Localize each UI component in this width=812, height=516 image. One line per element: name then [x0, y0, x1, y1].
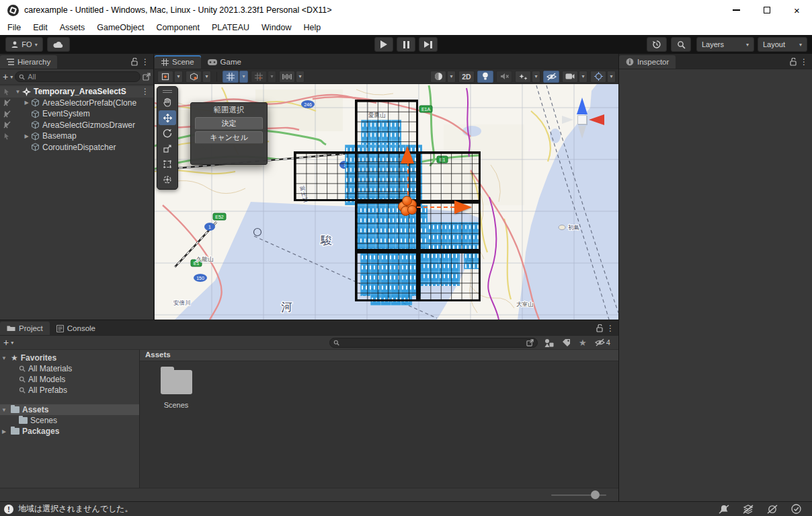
menu-component[interactable]: Component: [150, 20, 206, 35]
menu-file[interactable]: File: [1, 20, 27, 35]
hierarchy-search-input[interactable]: All: [15, 71, 140, 82]
unlock-icon[interactable]: [131, 58, 138, 66]
effects-dropdown[interactable]: ▾: [532, 71, 540, 83]
tree-all-prefabs[interactable]: All Prefabs: [0, 385, 139, 396]
expand-arrow-icon[interactable]: ▶: [22, 100, 31, 106]
tree-favorites[interactable]: ▼ ★ Favorites: [0, 353, 139, 363]
hierarchy-item[interactable]: ▶ Basemap: [0, 131, 153, 142]
2d-toggle-button[interactable]: 2D: [458, 71, 475, 83]
tab-project[interactable]: Project: [0, 322, 50, 335]
confirm-button[interactable]: 決定: [195, 117, 263, 130]
step-button[interactable]: [419, 37, 438, 52]
menu-plateau[interactable]: PLATEAU: [206, 20, 255, 35]
open-new-window-icon[interactable]: [143, 73, 151, 81]
effects-toggle-button[interactable]: [515, 71, 531, 83]
tool-handle-position-button[interactable]: [157, 71, 173, 83]
favorites-star-icon[interactable]: ★: [579, 338, 587, 348]
snap-increment-button[interactable]: [279, 71, 295, 83]
tree-packages[interactable]: ▶ Packages: [0, 426, 139, 437]
scale-tool[interactable]: [159, 141, 176, 156]
search-by-label-icon[interactable]: [562, 338, 571, 347]
play-button[interactable]: [374, 37, 393, 52]
collab-disabled-icon[interactable]: [767, 505, 778, 514]
picking-toggle-icon[interactable]: [3, 88, 11, 96]
audio-toggle-button[interactable]: [496, 71, 512, 83]
account-button[interactable]: FO ▾: [5, 37, 43, 52]
tab-inspector[interactable]: Inspector: [619, 55, 676, 69]
menu-help[interactable]: Help: [298, 20, 327, 35]
rotate-tool[interactable]: [159, 126, 176, 141]
cancel-button[interactable]: キャンセル: [195, 131, 263, 144]
kebab-menu-icon[interactable]: ⋮: [800, 57, 808, 67]
gizmo-center-handle[interactable]: [397, 196, 419, 219]
asset-scenes-folder[interactable]: Scenes: [156, 370, 196, 409]
search-button[interactable]: [671, 37, 691, 52]
lighting-toggle-button[interactable]: [477, 71, 493, 83]
undo-history-button[interactable]: [647, 37, 667, 52]
tab-scene[interactable]: Scene: [155, 55, 201, 69]
expand-arrow-icon[interactable]: ▼: [13, 89, 22, 95]
open-new-window-icon[interactable]: [526, 339, 534, 346]
expand-arrow-icon[interactable]: ▼: [0, 355, 8, 361]
snap-increment-dropdown[interactable]: ▾: [296, 71, 304, 83]
pause-button[interactable]: [397, 37, 415, 52]
add-gameobject-button[interactable]: +: [3, 73, 8, 80]
progress-check-icon[interactable]: [791, 504, 801, 514]
cloud-button[interactable]: [47, 37, 70, 52]
tree-scenes[interactable]: Scenes: [0, 415, 139, 426]
camera-settings-button[interactable]: [562, 71, 578, 83]
tree-assets[interactable]: ▼ Assets: [0, 404, 139, 415]
layers-dropdown[interactable]: Layers▾: [696, 37, 754, 52]
unlock-icon[interactable]: [596, 324, 604, 332]
view-hand-tool[interactable]: [159, 95, 176, 110]
menu-edit[interactable]: Edit: [27, 20, 54, 35]
scene-viewport[interactable]: E1A E1 E52 E1 246 1 150 1 駿 河 伊 愛鷹山 初島 大…: [155, 84, 618, 320]
tool-handle-position-dropdown[interactable]: ▾: [174, 71, 183, 83]
layout-dropdown[interactable]: Layout▾: [758, 37, 807, 52]
status-info-icon[interactable]: !: [4, 505, 13, 514]
caret-down-icon[interactable]: ▾: [11, 340, 13, 346]
shading-mode-button[interactable]: [430, 71, 446, 83]
tab-console[interactable]: Console: [50, 322, 102, 335]
picking-toggle-icon[interactable]: [3, 133, 11, 140]
add-asset-button[interactable]: +: [3, 337, 9, 348]
project-search-input[interactable]: [329, 338, 538, 348]
zoom-slider-knob[interactable]: [591, 490, 600, 499]
tree-all-models[interactable]: All Models: [0, 374, 139, 385]
move-tool[interactable]: [159, 110, 176, 125]
camera-settings-dropdown[interactable]: ▾: [579, 71, 587, 83]
expand-arrow-icon[interactable]: ▼: [0, 407, 8, 413]
gizmo-arrow-up[interactable]: [401, 146, 414, 163]
expand-arrow-icon[interactable]: ▶: [22, 133, 31, 139]
close-button[interactable]: ×: [782, 0, 812, 20]
expand-arrow-icon[interactable]: ▶: [0, 429, 8, 435]
transform-tool[interactable]: [159, 172, 176, 187]
picking-disabled-icon[interactable]: [3, 121, 11, 128]
grid-visibility-dropdown[interactable]: ▾: [239, 71, 248, 83]
unlock-icon[interactable]: [790, 58, 797, 66]
hierarchy-item[interactable]: ▶ AreaSelectorPrefab(Clone: [0, 98, 153, 109]
snap-toggle-button[interactable]: [251, 71, 267, 83]
tab-game[interactable]: Game: [201, 55, 248, 69]
overlay-drag-handle[interactable]: [159, 88, 176, 94]
minimize-button[interactable]: [721, 0, 752, 20]
scene-options-icon[interactable]: ⋮: [141, 87, 153, 96]
shading-mode-dropdown[interactable]: ▾: [447, 71, 456, 83]
menu-window[interactable]: Window: [255, 20, 297, 35]
search-by-type-icon[interactable]: [544, 338, 554, 347]
tool-handle-rotation-dropdown[interactable]: ▾: [202, 71, 211, 83]
notifications-muted-icon[interactable]: [719, 505, 729, 514]
hierarchy-item[interactable]: AreaSelectGizmosDrawer: [0, 120, 153, 131]
picking-disabled-icon[interactable]: [3, 99, 11, 106]
scene-visibility-button[interactable]: [543, 71, 559, 83]
caret-down-icon[interactable]: ▾: [10, 74, 13, 80]
snap-toggle-dropdown[interactable]: ▾: [268, 71, 276, 83]
kebab-menu-icon[interactable]: ⋮: [141, 57, 149, 67]
tool-handle-rotation-button[interactable]: [186, 71, 202, 83]
grid-visibility-button[interactable]: [222, 71, 239, 83]
gizmos-dropdown[interactable]: ▾: [607, 71, 616, 83]
menu-assets[interactable]: Assets: [54, 20, 91, 35]
tree-all-materials[interactable]: All Materials: [0, 363, 139, 374]
gizmo-arrow-right[interactable]: [454, 200, 472, 214]
hidden-packages-toggle[interactable]: 4: [595, 338, 610, 346]
